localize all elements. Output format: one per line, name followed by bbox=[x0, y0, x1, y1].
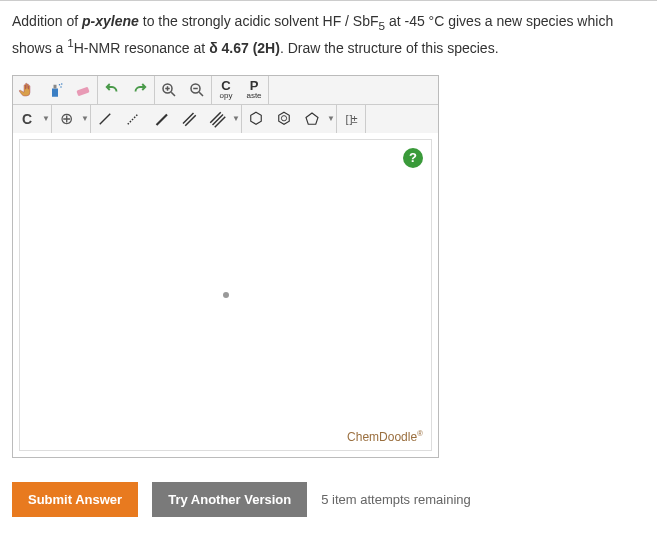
svg-rect-0 bbox=[52, 88, 58, 96]
logo-text: ChemDoodle bbox=[347, 430, 417, 444]
ring-dropdown-icon[interactable]: ▼ bbox=[326, 105, 336, 133]
q-delta: δ 4.67 (2H) bbox=[209, 40, 280, 56]
hexagon-ring-icon[interactable] bbox=[242, 105, 270, 133]
hand-tool-icon[interactable] bbox=[13, 76, 41, 104]
toolbar-row-2: C ▼ ⊕ ▼ ▼ ▼ [ ]± bbox=[13, 104, 438, 133]
action-bar: Submit Answer Try Another Version 5 item… bbox=[12, 482, 657, 517]
svg-point-8 bbox=[281, 116, 286, 121]
charge-dropdown-icon[interactable]: ▼ bbox=[80, 105, 90, 133]
svg-rect-1 bbox=[54, 85, 57, 89]
pentagon-ring-icon[interactable] bbox=[298, 105, 326, 133]
logo-reg: ® bbox=[417, 429, 423, 438]
drawing-canvas[interactable]: ? ChemDoodle® bbox=[19, 139, 432, 451]
redo-icon[interactable] bbox=[126, 76, 154, 104]
q-prefix: Addition of bbox=[12, 13, 82, 29]
help-icon[interactable]: ? bbox=[403, 148, 423, 168]
copy-button[interactable]: Copy bbox=[212, 76, 240, 104]
question-text: Addition of p-xylene to the strongly aci… bbox=[0, 0, 657, 71]
triple-bond-icon[interactable] bbox=[203, 105, 231, 133]
charge-tool[interactable]: ⊕ bbox=[52, 105, 80, 133]
eraser-tool-icon[interactable] bbox=[69, 76, 97, 104]
q-end: . Draw the structure of this species. bbox=[280, 40, 499, 56]
paste-button[interactable]: Paste bbox=[240, 76, 268, 104]
wedge-bond-icon[interactable] bbox=[147, 105, 175, 133]
canvas-center-dot bbox=[223, 292, 229, 298]
single-bond-icon[interactable] bbox=[91, 105, 119, 133]
toolbar-row-1: Copy Paste bbox=[13, 76, 438, 104]
attempts-remaining: 5 item attempts remaining bbox=[321, 492, 471, 507]
bracket-tool[interactable]: [ ]± bbox=[337, 105, 365, 133]
svg-point-3 bbox=[60, 86, 62, 88]
dotted-bond-icon[interactable] bbox=[119, 105, 147, 133]
zoom-in-icon[interactable] bbox=[155, 76, 183, 104]
try-another-version-button[interactable]: Try Another Version bbox=[152, 482, 307, 517]
double-bond-icon[interactable] bbox=[175, 105, 203, 133]
svg-point-4 bbox=[61, 83, 63, 85]
element-picker[interactable]: C bbox=[13, 105, 41, 133]
zoom-out-icon[interactable] bbox=[183, 76, 211, 104]
paste-small: aste bbox=[246, 92, 261, 100]
structure-editor: Copy Paste C ▼ ⊕ ▼ ▼ ▼ [ ]± bbox=[12, 75, 439, 458]
q-bold: p-xylene bbox=[82, 13, 139, 29]
bond-dropdown-icon[interactable]: ▼ bbox=[231, 105, 241, 133]
submit-answer-button[interactable]: Submit Answer bbox=[12, 482, 138, 517]
undo-icon[interactable] bbox=[98, 76, 126, 104]
spray-tool-icon[interactable] bbox=[41, 76, 69, 104]
benzene-ring-icon[interactable] bbox=[270, 105, 298, 133]
chemdoodle-logo: ChemDoodle® bbox=[347, 429, 423, 444]
svg-rect-5 bbox=[76, 87, 89, 97]
svg-point-2 bbox=[59, 84, 61, 86]
q-mid: to the strongly acidic solvent HF / SbF bbox=[139, 13, 379, 29]
element-dropdown-icon[interactable]: ▼ bbox=[41, 105, 51, 133]
q-nmr: H-NMR resonance at bbox=[74, 40, 209, 56]
copy-small: opy bbox=[220, 92, 233, 100]
